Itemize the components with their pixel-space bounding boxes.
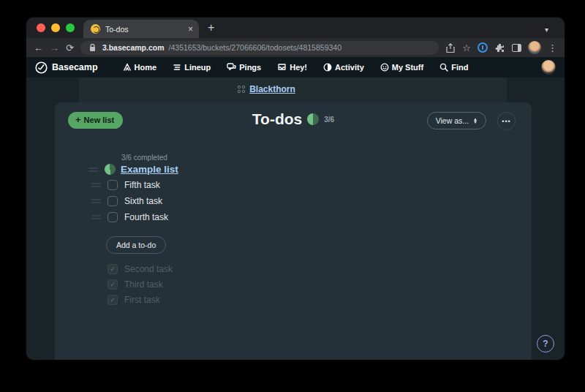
main-nav: Home Lineup Pings Hey! Activity My Stuff: [26, 63, 565, 72]
new-tab-button[interactable]: +: [199, 21, 214, 38]
completed-task-row: ✓ First task: [107, 295, 317, 305]
share-icon[interactable]: [445, 42, 456, 53]
onepassword-extension-icon[interactable]: [478, 42, 488, 53]
user-avatar[interactable]: [541, 60, 556, 75]
nav-home[interactable]: Home: [123, 63, 157, 72]
list-title-row: Example list: [105, 164, 317, 175]
zoom-window-button[interactable]: [66, 23, 75, 32]
project-grid-icon: [238, 86, 245, 93]
drag-handle-icon[interactable]: [91, 183, 101, 187]
completed-task-label: Second task: [124, 264, 173, 274]
tab-close-icon[interactable]: ×: [188, 25, 193, 34]
close-window-button[interactable]: [37, 23, 45, 32]
task-label: Fourth task: [124, 212, 168, 222]
browser-profile-avatar[interactable]: [528, 41, 541, 54]
select-updown-icon: ▲▼: [473, 118, 478, 124]
progress-count: 3/6: [324, 116, 334, 124]
tab-search-chevron-icon[interactable]: ▾: [545, 26, 548, 34]
window-controls: [26, 23, 83, 38]
list-name-link[interactable]: Example list: [121, 164, 178, 175]
breadcrumb-project-link[interactable]: Blackthorn: [249, 84, 295, 94]
task-checkbox[interactable]: [107, 180, 118, 190]
completed-task-label: Third task: [124, 279, 163, 290]
new-list-button[interactable]: + New list: [68, 112, 123, 129]
card-toolbar: + New list To-dos 3/6 View as... ▲▼ •••: [55, 102, 532, 142]
drag-handle-icon[interactable]: [91, 215, 101, 219]
drag-handle-icon[interactable]: [91, 199, 101, 203]
completed-summary: 3/6 completed: [121, 154, 317, 162]
add-todo-button[interactable]: Add a to-do: [106, 236, 166, 254]
tab-strip: To-dos × + ▾: [26, 18, 565, 38]
lineup-icon: [173, 63, 181, 72]
breadcrumb: Blackthorn: [26, 84, 507, 94]
basecamp-logo[interactable]: Basecamp: [35, 61, 98, 74]
forward-button[interactable]: →: [50, 43, 59, 53]
help-button[interactable]: ?: [537, 335, 554, 353]
browser-menu-icon[interactable]: ⋮: [548, 42, 557, 53]
my-stuff-smiley-icon: [380, 63, 389, 72]
drag-handle-icon[interactable]: [88, 167, 98, 172]
task-checkbox-checked[interactable]: ✓: [107, 295, 118, 305]
side-panel-icon[interactable]: [511, 42, 521, 53]
extensions-puzzle-icon[interactable]: [494, 42, 505, 53]
url-domain: 3.basecamp.com: [102, 43, 165, 52]
task-checkbox[interactable]: [107, 196, 118, 206]
todos-page: Blackthorn + New list To-dos 3/6 View as…: [26, 78, 565, 360]
completed-task-row: ✓ Second task: [107, 264, 317, 274]
completed-task-label: First task: [124, 295, 160, 305]
browser-tab-todos[interactable]: To-dos ×: [83, 20, 199, 38]
nav-find[interactable]: Find: [439, 63, 468, 72]
bookmark-star-icon[interactable]: ☆: [462, 42, 471, 53]
nav-my-stuff[interactable]: My Stuff: [380, 63, 423, 72]
task-checkbox-checked[interactable]: ✓: [107, 279, 118, 290]
page-title: To-dos: [252, 110, 302, 128]
todos-card: + New list To-dos 3/6 View as... ▲▼ ••• …: [55, 102, 532, 360]
progress-pie-icon: [307, 113, 319, 125]
more-options-button[interactable]: •••: [497, 112, 516, 130]
list-progress-pie-icon: [105, 164, 116, 175]
nav-hey[interactable]: Hey!: [277, 63, 307, 72]
view-as-select[interactable]: View as... ▲▼: [427, 112, 486, 129]
task-label: Sixth task: [124, 196, 162, 206]
activity-icon: [323, 63, 332, 72]
nav-activity[interactable]: Activity: [323, 63, 364, 72]
completed-task-row: ✓ Third task: [107, 279, 317, 290]
minimize-window-button[interactable]: [51, 23, 60, 32]
pings-icon: [227, 63, 236, 72]
todo-list: 3/6 completed Example list Fifth task Si…: [98, 154, 317, 305]
search-icon: [439, 63, 448, 72]
task-label: Fifth task: [124, 180, 160, 190]
task-row: Fifth task: [107, 179, 317, 190]
browser-toolbar: ← → ⟳ 3.basecamp.com /4351653/buckets/27…: [26, 38, 565, 57]
task-row: Sixth task: [107, 195, 317, 206]
basecamp-favicon: [91, 24, 100, 34]
home-icon: [123, 63, 132, 72]
task-checkbox-checked[interactable]: ✓: [107, 264, 118, 274]
task-checkbox[interactable]: [107, 212, 118, 222]
tab-title: To-dos: [105, 25, 183, 34]
task-row: Fourth task: [107, 211, 317, 222]
basecamp-logo-icon: [35, 61, 48, 74]
lock-icon: [88, 42, 98, 53]
brand-name: Basecamp: [52, 62, 98, 72]
reload-button[interactable]: ⟳: [66, 43, 74, 53]
hey-tray-icon: [277, 63, 287, 72]
nav-pings[interactable]: Pings: [227, 63, 261, 72]
back-button[interactable]: ←: [34, 43, 43, 53]
basecamp-header: Basecamp Home Lineup Pings Hey! Activity: [26, 57, 565, 78]
nav-lineup[interactable]: Lineup: [173, 63, 211, 72]
address-bar[interactable]: 3.basecamp.com /4351653/buckets/27066606…: [80, 41, 439, 55]
url-path: /4351653/buckets/27066606/todosets/48158…: [169, 43, 341, 52]
browser-window: To-dos × + ▾ ← → ⟳ 3.basecamp.com /43516…: [26, 18, 565, 360]
